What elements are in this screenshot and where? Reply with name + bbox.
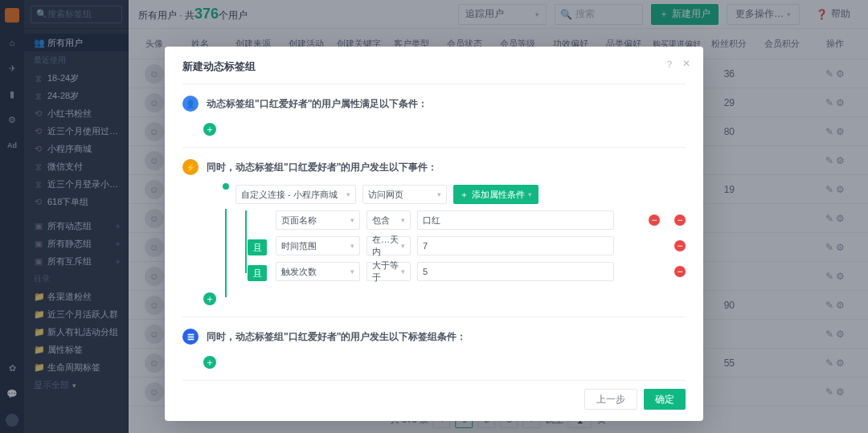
- chevron-down-icon: ▾: [401, 216, 405, 224]
- section-attr-title: 动态标签组"口红爱好者"的用户属性满足以下条件：: [207, 97, 428, 111]
- flash-icon: ⚡: [182, 159, 199, 175]
- modal-footer: 上一步 确定: [182, 380, 686, 410]
- chevron-down-icon: ▾: [350, 268, 354, 276]
- section-attributes: 👤动态标签组"口红爱好者"的用户属性满足以下条件： ＋: [182, 84, 686, 147]
- chevron-down-icon: ▾: [346, 190, 350, 198]
- field-page-name[interactable]: 页面名称▾: [276, 210, 360, 230]
- chevron-down-icon: ▾: [401, 242, 405, 250]
- section-event-title: 同时，动态标签组"口红爱好者"的用户发生以下事件：: [207, 161, 437, 174]
- and-tag-2[interactable]: 且: [248, 265, 267, 281]
- modal-help-icon[interactable]: ？: [665, 58, 674, 71]
- connector-line: [225, 209, 227, 297]
- add-event[interactable]: ＋: [203, 292, 216, 305]
- delete-row-1[interactable]: −: [649, 214, 660, 226]
- field-time-range[interactable]: 时间范围▾: [276, 236, 360, 255]
- value-page[interactable]: [417, 210, 614, 230]
- connection-select[interactable]: 自定义连接 - 小程序商城▾: [235, 185, 356, 204]
- modal-close-icon[interactable]: ✕: [682, 58, 690, 69]
- value-days[interactable]: [417, 236, 614, 255]
- delete-group[interactable]: −: [674, 214, 686, 226]
- create-dynamic-group-modal: 新建动态标签组 ？ ✕ 👤动态标签组"口红爱好者"的用户属性满足以下条件： ＋ …: [165, 47, 703, 421]
- section-events: ⚡同时，动态标签组"口红爱好者"的用户发生以下事件： 自定义连接 - 小程序商城…: [182, 147, 686, 317]
- delete-row-3[interactable]: −: [674, 266, 686, 277]
- op-contains[interactable]: 包含▾: [366, 210, 411, 230]
- list-icon: ☰: [182, 329, 199, 345]
- connector-dot: [223, 183, 229, 190]
- value-count[interactable]: [417, 262, 614, 281]
- add-attr-button[interactable]: ＋添加属性条件▾: [453, 185, 538, 204]
- chevron-down-icon: ▾: [401, 268, 405, 276]
- user-icon: 👤: [182, 96, 199, 112]
- sub-connector: [245, 210, 247, 273]
- add-tag-condition[interactable]: ＋: [203, 356, 216, 369]
- chevron-down-icon: ▾: [350, 216, 354, 224]
- delete-row-2[interactable]: −: [674, 240, 686, 251]
- prev-button[interactable]: 上一步: [584, 389, 637, 410]
- field-trigger-count[interactable]: 触发次数▾: [276, 262, 360, 281]
- add-attr-condition[interactable]: ＋: [203, 123, 216, 136]
- op-gte[interactable]: 大于等于▾: [366, 262, 411, 281]
- action-select[interactable]: 访问网页▾: [362, 185, 447, 204]
- section-tag-title: 同时，动态标签组"口红爱好者"的用户发生以下标签组条件：: [207, 330, 466, 344]
- op-days[interactable]: 在…天内▾: [366, 236, 411, 255]
- section-tag-cond: ☰同时，动态标签组"口红爱好者"的用户发生以下标签组条件： ＋: [182, 317, 686, 380]
- chevron-down-icon: ▾: [528, 190, 532, 198]
- chevron-down-icon: ▾: [350, 242, 354, 250]
- modal-title: 新建动态标签组: [182, 59, 686, 74]
- plus-icon: ＋: [460, 189, 469, 201]
- ok-button[interactable]: 确定: [644, 389, 686, 410]
- and-tag-1[interactable]: 且: [248, 239, 267, 255]
- modal-mask: 新建动态标签组 ？ ✕ 👤动态标签组"口红爱好者"的用户属性满足以下条件： ＋ …: [0, 0, 868, 433]
- chevron-down-icon: ▾: [437, 190, 441, 198]
